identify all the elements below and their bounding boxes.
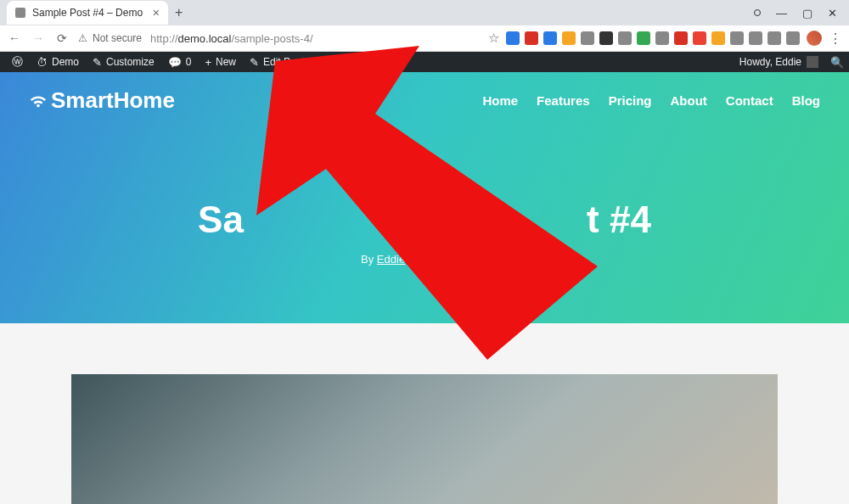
nav-link-about[interactable]: About (671, 93, 707, 108)
url-host: demo.local (178, 32, 232, 45)
tab-close-icon[interactable]: × (153, 6, 160, 20)
new-tab-button[interactable]: + (175, 5, 183, 20)
wp-site-name: Demo (52, 56, 79, 68)
not-secure-label: Not secure (93, 32, 142, 44)
wp-admin-bar: ⓦ ⏱ Demo ✎ Customize 💬 0 + New ✎ Edit Po… (0, 52, 849, 72)
extension-icon-10[interactable] (693, 31, 706, 45)
warning-icon: ⚠ (78, 32, 87, 44)
tab-favicon-icon (15, 8, 25, 18)
meta-sep: • (411, 253, 415, 266)
wp-customize-label: Customize (106, 56, 155, 68)
brush-icon: ✎ (93, 56, 102, 69)
wifi-icon (29, 92, 48, 110)
nav-link-blog[interactable]: Blog (792, 93, 820, 108)
close-window-button[interactable]: ✕ (828, 7, 837, 20)
hero-section: SmartHome HomeFeaturesPricingAboutContac… (0, 72, 849, 323)
extension-icon-9[interactable] (674, 31, 688, 45)
wp-edit-post-link[interactable]: ✎ Edit Post (243, 56, 311, 69)
wp-edit-post-label: Edit Post (263, 56, 304, 68)
post-title: Sahiddent #4 (0, 199, 849, 241)
extension-icon-8[interactable] (655, 31, 669, 45)
wp-comments-link[interactable]: 💬 0 (161, 56, 199, 69)
wp-comments-count: 0 (186, 56, 192, 68)
wp-site-link[interactable]: ⏱ Demo (30, 56, 86, 69)
wp-logo-link[interactable]: ⓦ (5, 54, 30, 70)
content-area (0, 323, 849, 504)
wp-howdy-label[interactable]: Howdy, Eddie (739, 56, 801, 68)
wp-avatar-icon[interactable] (807, 56, 818, 68)
menu-icon[interactable]: ⋮ (829, 31, 842, 47)
url-prefix: http:// (150, 32, 178, 45)
nav-link-features[interactable]: Features (537, 93, 590, 108)
url-path: /sample-posts-4/ (231, 32, 312, 45)
account-icon[interactable] (754, 9, 761, 16)
extension-icon-4[interactable] (581, 31, 594, 45)
nav-link-contact[interactable]: Contact (726, 93, 773, 108)
main-nav: HomeFeaturesPricingAboutContactBlog (482, 93, 820, 108)
extension-icon-14[interactable] (767, 31, 781, 45)
extension-icon-6[interactable] (618, 31, 632, 45)
star-icon[interactable]: ☆ (488, 31, 499, 46)
back-button[interactable]: ← (7, 31, 22, 45)
extension-icon-0[interactable] (506, 31, 520, 45)
logo-text: martHome (65, 87, 175, 113)
wordpress-icon: ⓦ (12, 54, 23, 70)
wp-customize-link[interactable]: ✎ Customize (86, 56, 161, 69)
author-link[interactable]: Eddie (377, 253, 405, 266)
url-display[interactable]: http://demo.local/sample-posts-4/ (150, 31, 313, 46)
nav-link-home[interactable]: Home (482, 93, 518, 108)
logo-s: S (51, 87, 65, 113)
extension-icon-3[interactable] (562, 31, 576, 45)
extension-icon-5[interactable] (599, 31, 613, 45)
extension-icons (506, 31, 800, 45)
forward-button[interactable]: → (31, 31, 46, 45)
featured-image (71, 374, 778, 504)
by-label: By (361, 253, 374, 266)
tab-title: Sample Post #4 – Demo (32, 7, 143, 19)
extension-icon-7[interactable] (637, 31, 650, 45)
nav-link-pricing[interactable]: Pricing (609, 93, 652, 108)
extension-icon-11[interactable] (711, 31, 725, 45)
plus-icon: + (205, 56, 211, 69)
security-status[interactable]: ⚠ Not secure (78, 32, 142, 44)
pencil-icon: ✎ (250, 56, 259, 69)
site-logo[interactable]: SmartHome (29, 87, 175, 114)
reload-button[interactable]: ⟳ (54, 31, 70, 45)
address-bar: ← → ⟳ ⚠ Not secure http://demo.local/sam… (0, 25, 849, 51)
post-category: UNCATEGORIZED (0, 182, 849, 192)
post-date: May 21, 2020 (421, 253, 488, 266)
post-meta: By Eddie • May 21, 2020 (0, 253, 849, 266)
profile-avatar[interactable] (807, 31, 822, 46)
extension-icon-12[interactable] (730, 31, 744, 45)
extension-icon-15[interactable] (786, 31, 800, 45)
tab-strip: Sample Post #4 – Demo × + — ▢ ✕ (0, 0, 849, 25)
extension-icon-2[interactable] (543, 31, 557, 45)
browser-tab[interactable]: Sample Post #4 – Demo × (7, 1, 168, 25)
window-controls: — ▢ ✕ (754, 7, 849, 20)
search-icon[interactable]: 🔍 (830, 56, 844, 69)
dashboard-icon: ⏱ (37, 56, 48, 69)
comment-icon: 💬 (168, 56, 182, 69)
maximize-button[interactable]: ▢ (802, 7, 812, 20)
wp-new-label: New (216, 56, 236, 68)
minimize-button[interactable]: — (776, 7, 787, 20)
wp-new-link[interactable]: + New (198, 56, 243, 69)
extension-icon-1[interactable] (525, 31, 538, 45)
extension-icon-13[interactable] (749, 31, 762, 45)
